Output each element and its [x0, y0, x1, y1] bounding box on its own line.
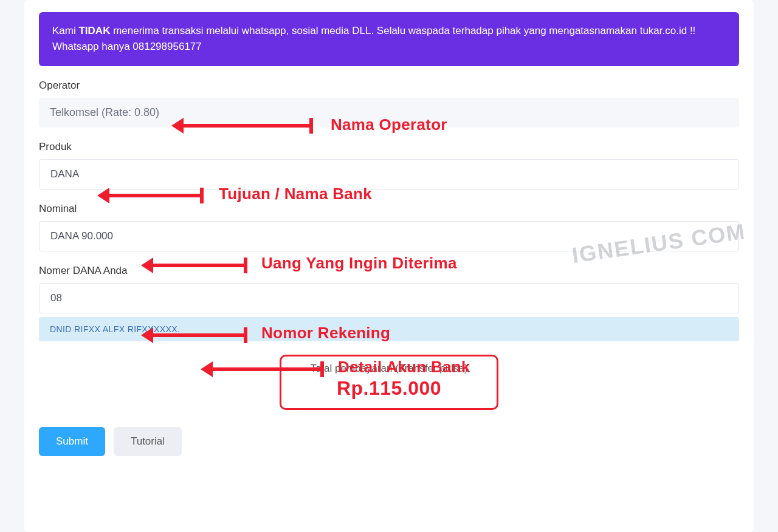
annotation-nominal: Uang Yang Ingin Diterima — [261, 254, 457, 273]
alert-bold: TIDAK — [78, 25, 110, 36]
annotation-produk: Tujuan / Nama Bank — [219, 185, 372, 203]
alert-pre: Kami — [52, 25, 78, 36]
annotation-operator: Nama Operator — [331, 115, 447, 134]
label-produk: Produk — [39, 141, 739, 153]
alert-post: menerima transaksi melalui whatsapp, sos… — [52, 25, 695, 52]
produk-select[interactable] — [39, 159, 739, 189]
total-amount: Rp.115.000 — [289, 377, 489, 400]
tutorial-button[interactable]: Tutorial — [114, 427, 182, 456]
arrow-icon — [141, 261, 246, 270]
arrow-icon — [201, 365, 322, 373]
label-operator: Operator — [39, 80, 739, 92]
account-number-input[interactable] — [39, 283, 739, 313]
annotation-nomer: Nomor Rekening — [261, 324, 390, 343]
arrow-icon — [171, 121, 311, 130]
arrow-icon — [141, 331, 246, 339]
warning-alert: Kami TIDAK menerima transaksi melalui wh… — [39, 12, 739, 66]
arrow-icon — [97, 191, 202, 200]
submit-button[interactable]: Submit — [39, 427, 105, 456]
annotation-detail: Detail Akun Bank — [338, 358, 470, 377]
label-nominal: Nominal — [39, 203, 739, 215]
